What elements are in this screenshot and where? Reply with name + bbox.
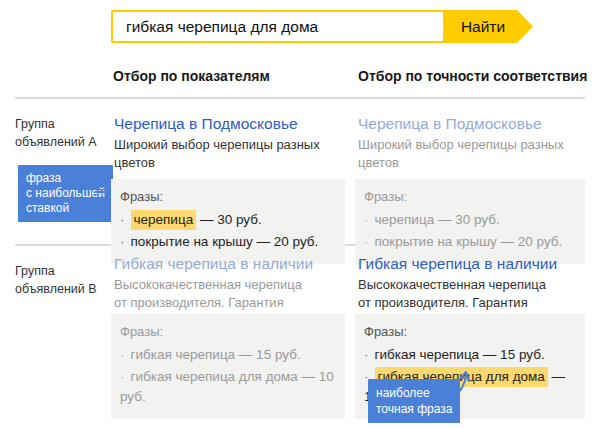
- ad-title-link[interactable]: Гибкая черепица в наличии: [355, 254, 585, 274]
- ad-title-link[interactable]: Гибкая черепица в наличии: [111, 254, 345, 274]
- phrases-box: Фразы: черепица — 30 руб. покрытие на кр…: [355, 179, 585, 264]
- ad-description: Высококачественная черепица от производи…: [355, 276, 585, 312]
- phrase-item: черепица — 30 руб.: [364, 210, 576, 230]
- phrases-box: Фразы: черепица — 30 руб. покрытие на кр…: [111, 179, 345, 264]
- ad-card-a-accuracy: Черепица в Подмосковье Широкий выбор чер…: [355, 114, 585, 264]
- phrases-box: Фразы: гибкая черепица — 15 руб. гибкая …: [111, 314, 345, 419]
- ad-card-a-metrics: Черепица в Подмосковье Широкий выбор чер…: [111, 114, 345, 264]
- phrase-item: гибкая черепица — 15 руб.: [120, 345, 336, 365]
- phrase-item: гибкая черепица для дома — 10 руб.: [120, 367, 336, 407]
- ad-description: Широкий выбор черепицы разных цветов: [355, 136, 585, 172]
- ad-description: Высококачественная черепица от производи…: [111, 276, 345, 312]
- column-header-metrics: Отбор по показателям: [113, 68, 270, 84]
- phrase-item: покрытие на крышу — 20 руб.: [364, 232, 576, 252]
- search-button[interactable]: Найти: [445, 10, 533, 43]
- group-b-label: Группа объявлений B: [15, 262, 97, 298]
- column-header-accuracy: Отбор по точности соответствия: [358, 68, 587, 84]
- ad-card-b-metrics: Гибкая черепица в наличии Высококачестве…: [111, 254, 345, 419]
- ad-title-link[interactable]: Черепица в Подмосковье: [355, 114, 585, 134]
- phrase-item: черепица — 30 руб.: [120, 210, 336, 230]
- highlighted-phrase: черепица: [131, 210, 197, 230]
- group-a-label: Группа объявлений A: [15, 115, 97, 151]
- search-bar: гибкая черепица для дома Найти: [111, 10, 533, 43]
- divider: [15, 97, 585, 99]
- phrase-item: гибкая черепица — 15 руб.: [364, 345, 576, 365]
- ad-title-link[interactable]: Черепица в Подмосковье: [111, 114, 345, 134]
- page: гибкая черепица для дома Найти Отбор по …: [0, 0, 600, 428]
- search-input[interactable]: гибкая черепица для дома: [111, 10, 445, 43]
- search-query-text: гибкая черепица для дома: [126, 18, 318, 36]
- phrase-item: покрытие на крышу — 20 руб.: [120, 232, 336, 252]
- curved-up-arrow-icon: [443, 369, 473, 403]
- ad-description: Широкий выбор черепицы разных цветов: [111, 136, 345, 172]
